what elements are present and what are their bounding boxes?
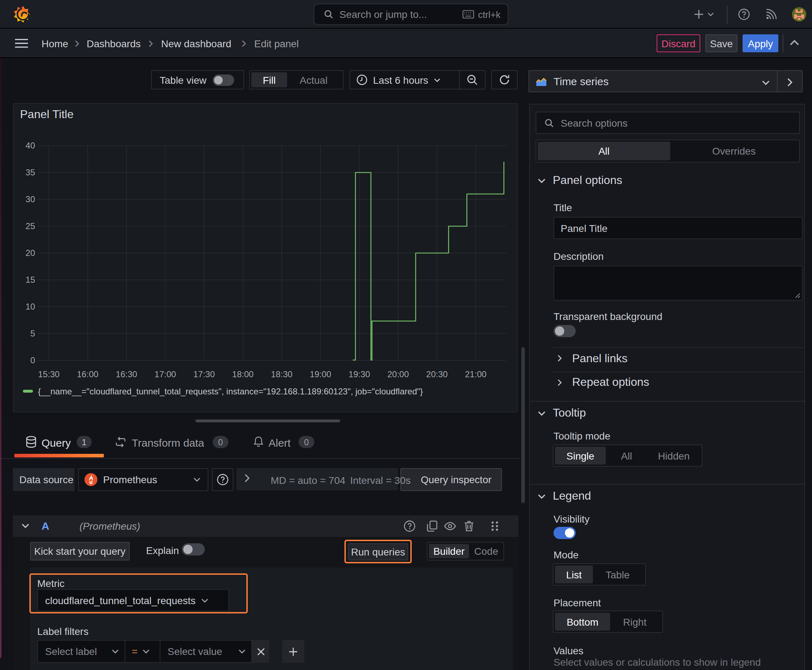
svg-text:5: 5: [31, 328, 35, 338]
svg-text:16:30: 16:30: [116, 369, 137, 379]
svg-text:40: 40: [25, 140, 35, 150]
svg-text:30: 30: [25, 195, 35, 204]
svg-text:19:30: 19:30: [349, 369, 370, 379]
svg-text:15: 15: [25, 275, 35, 284]
svg-text:35: 35: [25, 168, 35, 177]
svg-text:17:30: 17:30: [193, 369, 215, 379]
svg-text:20:30: 20:30: [426, 369, 448, 379]
svg-text:19:00: 19:00: [310, 369, 331, 379]
svg-text:{__name__="cloudflared_tunnel_: {__name__="cloudflared_tunnel_total_requ…: [38, 387, 423, 396]
svg-text:18:30: 18:30: [271, 369, 293, 379]
svg-text:20: 20: [25, 248, 35, 258]
svg-text:0: 0: [31, 355, 35, 365]
svg-text:20:00: 20:00: [387, 369, 409, 379]
svg-text:25: 25: [25, 221, 35, 231]
svg-text:17:00: 17:00: [155, 369, 176, 379]
svg-text:10: 10: [25, 302, 35, 311]
svg-text:18:00: 18:00: [232, 369, 253, 379]
svg-text:16:00: 16:00: [77, 369, 98, 379]
svg-text:15:30: 15:30: [38, 369, 59, 379]
svg-text:21:00: 21:00: [465, 369, 487, 379]
